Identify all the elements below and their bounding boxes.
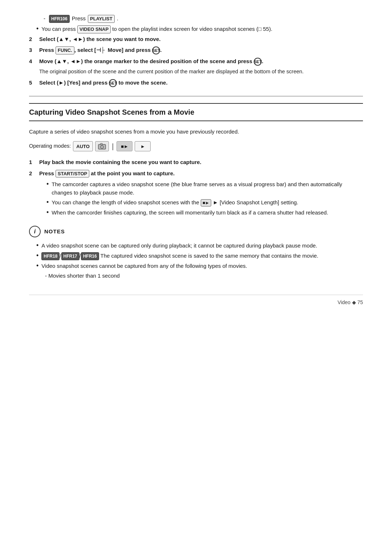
func-key: FUNC. [56, 46, 74, 54]
step-2-text: Select (▲▼, ◄►) the scene you want to mo… [39, 35, 363, 44]
set-icon-4: SET [254, 58, 262, 66]
video-snapshot-icon: ■► [201, 199, 211, 207]
playlist-key: PLAYLIST [88, 15, 115, 23]
hfr18-label: HFR18 [41, 252, 60, 260]
step-4-num: 4 [29, 57, 36, 76]
press-text: Press [72, 15, 86, 23]
note-2-text: HFR18/HFR17/HFR16 The captured video sna… [41, 252, 318, 260]
main-step-1-text: Play back the movie containing the scene… [39, 158, 363, 167]
period: . [117, 15, 118, 23]
step-4-text: Move (▲▼, ◄►) the orange marker to the d… [39, 58, 263, 64]
bullet-dot-2: • [46, 199, 49, 205]
step2-bullet-3: • When the camcorder finishes capturing,… [39, 209, 363, 217]
dash-symbol: - [44, 15, 45, 23]
bullet-video-snap: • You can press VIDEO SNAP to open the p… [29, 25, 363, 33]
note-1-text: A video snapshot scene can be captured o… [41, 242, 317, 250]
notes-icon-letter: i [34, 227, 36, 236]
section-intro: Capture a series of video snapshot scene… [29, 128, 363, 136]
step-4-item: 4 Move (▲▼, ◄►) the orange marker to the… [29, 57, 363, 76]
step-4-content: Move (▲▼, ◄►) the orange marker to the d… [39, 57, 363, 76]
indent-dash-item: - HFR106 Press PLAYLIST . [44, 15, 363, 23]
mode-separator: | [112, 141, 114, 152]
note-bullet-1: • [36, 242, 38, 249]
step-5-num: 5 [29, 79, 36, 87]
step2-bullet-1-text: The camcorder captures a video snapshot … [52, 180, 363, 197]
model-label-hfr106: HFR106 [49, 15, 70, 23]
note-bullet-2: • [36, 252, 38, 259]
bullet-video-snap-text: You can press VIDEO SNAP to open the pla… [41, 25, 272, 33]
note-1: • A video snapshot scene can be captured… [29, 242, 363, 250]
bullet-dot-3: • [46, 209, 49, 216]
notes-header: i NOTES [29, 226, 363, 237]
operating-modes: Operating modes: AUTO | ■► ► [29, 141, 363, 152]
main-step-2: 2 Press START/STOP at the point you want… [29, 169, 363, 219]
notes-section: i NOTES • A video snapshot scene can be … [29, 226, 363, 280]
hfr16-label: HFR16 [81, 252, 99, 260]
step2-bullet-2: • You can change the length of video sna… [39, 199, 363, 207]
hfr17-label: HFR17 [61, 252, 79, 260]
start-stop-key: START/STOP [56, 170, 89, 178]
step2-bullet-1: • The camcorder captures a video snapsho… [39, 180, 363, 197]
main-step-2-content: Press START/STOP at the point you want t… [39, 169, 363, 219]
step-3-num: 3 [29, 46, 36, 54]
section-divider [29, 96, 363, 97]
step2-bullet-list: • The camcorder captures a video snapsho… [39, 180, 363, 217]
set-icon-3: SET [152, 46, 160, 54]
set-icon-5: SET [109, 79, 117, 87]
step-3-text: Press FUNC., select [⊣├ Move] and press … [39, 46, 363, 54]
note-3-subitem-text: - Movies shorter than 1 second [45, 273, 120, 279]
note-2: • HFR18/HFR17/HFR16 The captured video s… [29, 252, 363, 260]
section-title: Capturing Video Snapshot Scenes from a M… [29, 103, 363, 121]
note-3-subitem: - Movies shorter than 1 second [29, 272, 363, 280]
mode-pq: ■► [117, 141, 132, 151]
step-2-item: 2 Select (▲▼, ◄►) the scene you want to … [29, 35, 363, 44]
footer-text: Video ◆ 75 [338, 299, 363, 305]
note-bullet-3: • [36, 262, 38, 269]
notes-icon: i [29, 226, 41, 237]
step-2-num: 2 [29, 35, 36, 44]
notes-label: NOTES [44, 228, 65, 236]
step-5-text: Select (►) [Yes] and press SET to move t… [39, 79, 363, 87]
step-3-item: 3 Press FUNC., select [⊣├ Move] and pres… [29, 46, 363, 54]
operating-modes-label: Operating modes: [29, 142, 71, 150]
main-step-1-num: 1 [29, 158, 36, 167]
mode-auto: AUTO [73, 141, 93, 151]
mode-play: ► [135, 141, 151, 151]
top-section: - HFR106 Press PLAYLIST . • You can pres… [29, 15, 363, 87]
step2-bullet-2-text: You can change the length of video snaps… [52, 199, 298, 207]
svg-rect-2 [101, 143, 102, 145]
main-step-1: 1 Play back the movie containing the sce… [29, 158, 363, 167]
video-snap-key: VIDEO SNAP [77, 25, 111, 33]
note-3: • Video snapshot scenes cannot be captur… [29, 262, 363, 270]
main-step-2-num: 2 [29, 169, 36, 219]
note-3-text: Video snapshot scenes cannot be captured… [41, 262, 247, 270]
main-step-2-text: Press START/STOP at the point you want t… [39, 170, 175, 176]
step-5-item: 5 Select (►) [Yes] and press SET to move… [29, 79, 363, 87]
bullet-dot: • [36, 25, 38, 32]
mode-camera [95, 141, 109, 151]
bullet-dot-1: • [46, 181, 49, 187]
main-steps: 1 Play back the movie containing the sce… [29, 158, 363, 218]
page-footer: Video ◆ 75 [29, 295, 363, 306]
step-4-subtext: The original position of the scene and t… [39, 68, 363, 76]
step2-bullet-3-text: When the camcorder finishes capturing, t… [52, 209, 328, 217]
